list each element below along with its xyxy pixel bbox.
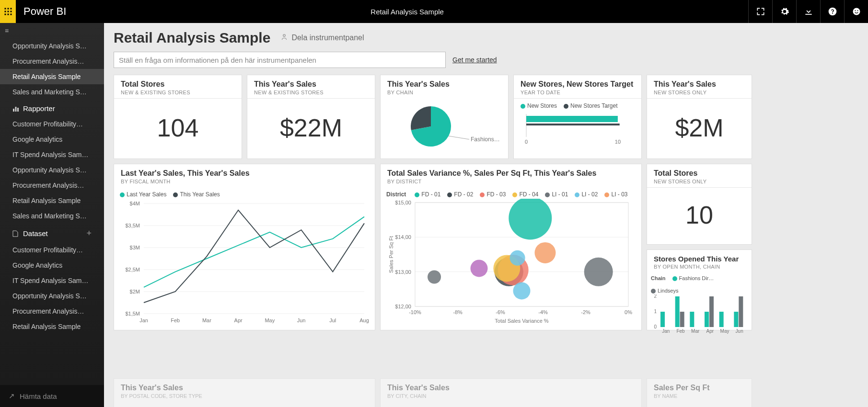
- tile-subtitle: BY NAME: [654, 393, 745, 399]
- tile-total-stores[interactable]: Total StoresNEW & EXISTING STORES 104: [114, 75, 242, 159]
- svg-point-9: [853, 8, 860, 15]
- tile-subtitle: BY CHAIN: [387, 90, 501, 95]
- legend-item: LI - 02: [581, 191, 598, 198]
- tile-title: This Year's Sales: [387, 80, 501, 89]
- svg-rect-13: [15, 107, 17, 112]
- feedback-icon[interactable]: [844, 0, 868, 23]
- get-me-started-link[interactable]: Get me started: [452, 56, 497, 64]
- share-dashboard-button[interactable]: Dela instrumentpanel: [280, 33, 364, 43]
- dataset-header[interactable]: Dataset +: [0, 224, 104, 242]
- tile-sales-by-month[interactable]: Last Year's Sales, This Year's SalesBY F…: [114, 164, 375, 330]
- tile-value: 10: [685, 201, 713, 229]
- tile-new-stores-target[interactable]: New Stores, New Stores TargetYEAR TO DAT…: [513, 75, 642, 159]
- get-data-label: Hämta data: [20, 392, 57, 400]
- main-content: Retail Analysis Sample Dela instrumentpa…: [104, 23, 868, 407]
- tile-sales-by-chain[interactable]: This Year's SalesBY CHAIN Fashions…: [380, 75, 509, 159]
- tile-value: $2M: [675, 113, 723, 142]
- svg-text:Jul: Jul: [329, 317, 336, 323]
- svg-text:Mar: Mar: [691, 328, 700, 334]
- legend-item: LI - 03: [611, 191, 627, 198]
- help-icon[interactable]: [820, 0, 844, 23]
- svg-text:2: 2: [654, 294, 657, 299]
- tile-variance-scatter[interactable]: Total Sales Variance %, Sales Per Sq Ft,…: [380, 164, 642, 330]
- svg-text:Jan: Jan: [662, 328, 670, 334]
- sidebar-item[interactable]: IT Spend Analysis Sam…: [0, 273, 104, 288]
- share-icon: [280, 33, 289, 43]
- qna-input[interactable]: Ställ en fråga om informationen på den h…: [114, 52, 446, 68]
- fullscreen-icon[interactable]: [748, 0, 772, 23]
- sidebar-item[interactable]: Opportunity Analysis S…: [0, 38, 104, 54]
- sidebar-item[interactable]: Sales and Marketing S…: [0, 84, 104, 100]
- app-logo[interactable]: [0, 0, 16, 23]
- tile-new-stores-sales[interactable]: This Year's SalesNEW STORES ONLY $2M: [647, 75, 752, 159]
- tile-title: This Year's Sales: [254, 80, 368, 89]
- svg-rect-5: [10, 11, 12, 12]
- tile-new-total-stores[interactable]: Total StoresNEW STORES ONLY 10: [647, 164, 752, 245]
- page-icon: [12, 230, 19, 237]
- menu-icon[interactable]: ≡: [0, 23, 104, 38]
- tile-this-year-sales[interactable]: This Year's SalesNEW & EXISTING STORES $…: [247, 75, 375, 159]
- svg-rect-8: [10, 14, 12, 15]
- sidebar-item[interactable]: Procurement Analysis…: [0, 178, 104, 193]
- chart-legend: Last Year Sales This Year Sales: [120, 190, 369, 199]
- pie-chart: Fashions…: [385, 100, 503, 155]
- tile-stores-opened[interactable]: Stores Opened This YearBY OPEN MONTH, CH…: [647, 249, 752, 330]
- sidebar-item[interactable]: Customer Profitability…: [0, 242, 104, 258]
- gear-icon[interactable]: [772, 0, 796, 23]
- svg-rect-78: [690, 312, 694, 327]
- svg-text:Aug: Aug: [359, 317, 369, 323]
- svg-rect-80: [705, 312, 709, 327]
- legend-title: District: [386, 191, 406, 198]
- sidebar-item[interactable]: Retail Analysis Sample: [0, 69, 104, 84]
- svg-text:Jun: Jun: [297, 317, 306, 323]
- add-dataset-icon[interactable]: +: [86, 228, 92, 238]
- svg-rect-85: [734, 312, 738, 327]
- bar-chart: 010: [521, 110, 636, 148]
- svg-rect-7: [7, 14, 9, 15]
- svg-text:0: 0: [525, 139, 528, 145]
- svg-point-15: [283, 34, 286, 37]
- svg-text:$3,5M: $3,5M: [125, 223, 140, 228]
- legend-item: New Stores Target: [570, 102, 618, 109]
- sidebar-item[interactable]: Customer Profitability…: [0, 116, 104, 132]
- sidebar-item[interactable]: Sales and Marketing S…: [0, 208, 104, 224]
- tile-subtitle: YEAR TO DATE: [521, 90, 635, 95]
- svg-point-60: [509, 199, 552, 240]
- tile-title: Total Sales Variance %, Sales Per Sq Ft,…: [387, 169, 635, 178]
- tile-title: Sales Per Sq Ft: [654, 384, 745, 392]
- svg-text:$3M: $3M: [130, 245, 140, 250]
- svg-text:-8%: -8%: [453, 309, 463, 315]
- tile-subtitle: BY CITY, CHAIN: [387, 393, 635, 399]
- sidebar-item[interactable]: Opportunity Analysis S…: [0, 288, 104, 304]
- chart-legend: New Stores New Stores Target: [521, 102, 635, 110]
- legend-item: FD - 02: [454, 191, 473, 198]
- get-data-button[interactable]: ↗ Hämta data: [0, 385, 104, 407]
- svg-text:$14,00: $14,00: [395, 234, 411, 240]
- download-icon[interactable]: [796, 0, 820, 23]
- reports-header[interactable]: Rapporter: [0, 100, 104, 116]
- svg-text:May: May: [720, 328, 729, 334]
- legend-item: New Stores: [527, 102, 557, 109]
- svg-point-67: [534, 242, 556, 263]
- tile-subtitle: NEW & EXISTING STORES: [121, 90, 235, 95]
- svg-text:0%: 0%: [625, 309, 632, 315]
- svg-text:Feb: Feb: [171, 317, 180, 323]
- sidebar-item[interactable]: Google Analytics: [0, 258, 104, 273]
- svg-point-11: [857, 10, 858, 11]
- svg-text:Apr: Apr: [706, 328, 714, 334]
- sidebar-item[interactable]: Google Analytics: [0, 132, 104, 147]
- tile-subtitle: NEW STORES ONLY: [654, 179, 745, 184]
- tile-title: New Stores, New Stores Target: [521, 80, 635, 89]
- svg-text:1: 1: [654, 309, 657, 314]
- sidebar-item[interactable]: Retail Analysis Sample: [0, 193, 104, 208]
- sidebar-item[interactable]: Opportunity Analysis S…: [0, 162, 104, 178]
- sidebar-item[interactable]: Procurement Analysis…: [0, 54, 104, 69]
- svg-point-69: [584, 258, 613, 286]
- svg-rect-75: [675, 296, 680, 327]
- sidebar-item[interactable]: Retail Analysis Sample: [0, 319, 104, 334]
- sidebar-item[interactable]: Procurement Analysis…: [0, 304, 104, 319]
- sidebar-item[interactable]: IT Spend Analysis Sam…: [0, 147, 104, 162]
- svg-text:$2M: $2M: [130, 289, 140, 294]
- svg-rect-76: [680, 312, 684, 327]
- legend-item: FD - 01: [421, 191, 440, 198]
